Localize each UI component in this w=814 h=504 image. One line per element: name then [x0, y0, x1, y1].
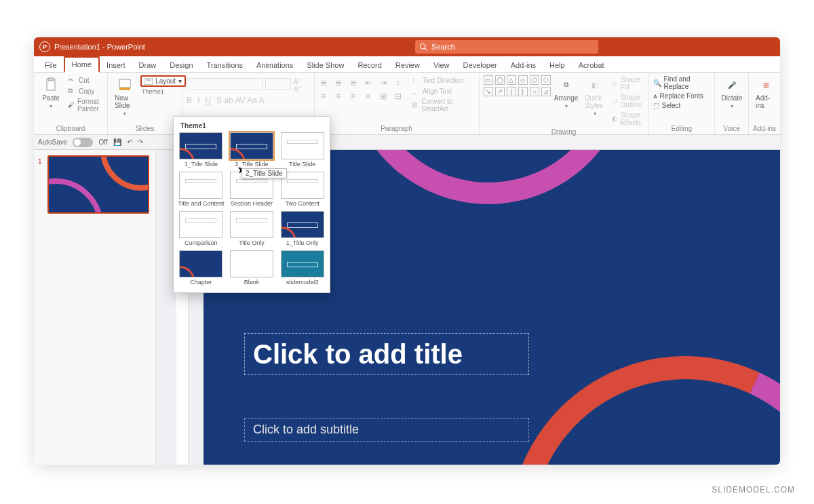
undo-icon[interactable]: ↶ [127, 138, 132, 146]
svg-rect-3 [48, 78, 54, 81]
tab-slide-show[interactable]: Slide Show [300, 58, 351, 72]
group-addins: ⊞ Add-ins Add-ins [749, 73, 780, 134]
tab-file[interactable]: File [38, 58, 64, 72]
tab-design[interactable]: Design [163, 58, 199, 72]
arrange-button[interactable]: ⧉ Arrange▾ [554, 75, 579, 111]
tab-help[interactable]: Help [543, 58, 572, 72]
title-placeholder[interactable]: Click to add title [244, 333, 529, 375]
group-label-drawing: Drawing [484, 127, 644, 138]
tab-home[interactable]: Home [64, 56, 100, 73]
select-icon: ⬚ [653, 102, 659, 109]
redo-icon[interactable]: ↷ [138, 138, 143, 146]
watermark: SLIDEMODEL.COM [712, 485, 795, 495]
tab-review[interactable]: Review [389, 58, 427, 72]
tab-record[interactable]: Record [351, 58, 388, 72]
format-painter-button[interactable]: 🖌Format Painter [66, 97, 103, 113]
layout-option-1-title-slide[interactable]: 1_Title Slide [178, 132, 225, 168]
text-direction-icon: ↕ [412, 76, 420, 84]
svg-rect-5 [119, 88, 130, 90]
layout-option-comparison[interactable]: Comparison [178, 211, 225, 246]
group-slides: New Slide ▾ Layout ▾ Theme1 Slides [108, 73, 182, 134]
ribbon-tabs: File Home Insert Draw Design Transitions… [34, 56, 780, 73]
save-icon[interactable]: 💾 [113, 138, 121, 146]
align-text-icon: ⎯ [412, 87, 420, 95]
slide-thumbnail-pane[interactable]: 1 [34, 150, 156, 465]
shape-effects-button[interactable]: ◐Shape Effects [610, 111, 646, 127]
group-label-editing: Editing [653, 123, 710, 134]
layout-option-chapter[interactable]: Chapter [178, 250, 225, 286]
replace-fonts-button[interactable]: ᴀReplace Fonts [653, 92, 710, 100]
align-text-button[interactable]: ⎯Align Text [410, 86, 475, 96]
shapes-gallery[interactable]: ▭◯△◇⬠⬡ ↘↗{}☆⊿ [484, 75, 551, 96]
select-button[interactable]: ⬚Select [653, 102, 710, 109]
tab-insert[interactable]: Insert [100, 58, 132, 72]
scissors-icon: ✂ [68, 76, 76, 84]
addins-icon: ⊞ [758, 77, 774, 93]
group-paragraph: ≣≣≣⇤⇥↕ ≡≡≡≡⊞⊟ ↕Text Direction ⎯Align Tex… [315, 73, 480, 134]
svg-rect-6 [144, 78, 153, 85]
theme-label: Theme1 [140, 88, 186, 95]
svg-line-1 [425, 48, 427, 50]
paste-button[interactable]: Paste ▾ [38, 75, 64, 111]
tab-view[interactable]: View [427, 58, 457, 72]
layout-option-blank[interactable]: Blank [229, 250, 275, 286]
layout-icon [144, 78, 153, 85]
convert-smartart-button[interactable]: ⊞Convert to SmartArt [410, 97, 475, 113]
chevron-down-icon: ▾ [50, 103, 52, 109]
layout-option-title-slide[interactable]: Title Slide [279, 132, 326, 168]
arrange-icon: ⧉ [558, 77, 575, 93]
new-slide-button[interactable]: New Slide ▾ [112, 75, 138, 118]
shape-outline-button[interactable]: ▭Shape Outline [610, 93, 646, 109]
microphone-icon: 🎤 [724, 77, 740, 93]
autosave-state: Off [98, 138, 107, 146]
ribbon: Paste ▾ ✂Cut ⧉Copy 🖌Format Painter Clipb… [34, 73, 780, 135]
group-label-slides: Slides [112, 123, 178, 134]
smartart-icon: ⊞ [412, 101, 419, 109]
tab-add-ins[interactable]: Add-ins [504, 58, 543, 72]
new-slide-icon [117, 77, 133, 93]
effects-icon: ◐ [612, 115, 618, 123]
layout-gallery-popup: Theme1 1_Title Slide 2_Title Slide Title… [173, 116, 330, 293]
decorative-ring-top [294, 150, 683, 256]
autosave-toggle[interactable] [73, 138, 93, 147]
paste-icon [43, 77, 59, 93]
tab-developer[interactable]: Developer [457, 58, 504, 72]
tab-draw[interactable]: Draw [132, 58, 163, 72]
copy-button[interactable]: ⧉Copy [66, 86, 103, 96]
gallery-theme-header: Theme1 [178, 121, 326, 132]
editor-area: 1 543210123456 Click to add title Click … [34, 150, 780, 465]
svg-point-0 [421, 44, 426, 50]
group-clipboard: Paste ▾ ✂Cut ⧉Copy 🖌Format Painter Clipb… [34, 73, 108, 134]
layout-option-1-title-only[interactable]: 1_Title Only [279, 211, 326, 246]
group-editing: 🔍Find and Replace ᴀReplace Fonts ⬚Select… [649, 73, 715, 134]
quick-styles-icon: ◧ [587, 77, 603, 93]
cut-button[interactable]: ✂Cut [66, 75, 103, 85]
autosave-label: AutoSave [38, 138, 67, 146]
search-placeholder: Search [431, 43, 455, 51]
chevron-down-icon: ▾ [123, 111, 126, 117]
dictate-button[interactable]: 🎤 Dictate▾ [719, 75, 745, 111]
brush-icon: 🖌 [68, 101, 75, 109]
text-direction-button[interactable]: ↕Text Direction [410, 75, 475, 85]
tab-animations[interactable]: Animations [250, 58, 300, 72]
tab-transitions[interactable]: Transitions [200, 58, 250, 72]
layout-option-slidemodel2[interactable]: slidemodel2 [279, 250, 326, 286]
layout-button[interactable]: Layout ▾ [140, 75, 186, 87]
subtitle-placeholder[interactable]: Click to add subtitle [244, 418, 529, 442]
svg-rect-4 [119, 79, 130, 88]
layout-option-2-title-slide[interactable]: 2_Title Slide [229, 132, 275, 168]
shape-fill-button[interactable]: ▱Shape Fill [610, 75, 646, 92]
slide-thumbnail-1[interactable] [47, 155, 149, 214]
quick-styles-button[interactable]: ◧ Quick Styles▾ [582, 75, 608, 118]
layout-option-title-only[interactable]: Title Only [229, 211, 275, 246]
titlebar: P Presentation1 - PowerPoint Search [34, 37, 780, 56]
group-drawing: ▭◯△◇⬠⬡ ↘↗{}☆⊿ ⧉ Arrange▾ ◧ Quick Styles▾… [480, 73, 649, 134]
tab-acrobat[interactable]: Acrobat [572, 58, 611, 72]
find-icon: 🔍 [653, 79, 661, 87]
find-replace-button[interactable]: 🔍Find and Replace [653, 75, 710, 90]
group-voice: 🎤 Dictate▾ Voice [715, 73, 749, 134]
layout-tooltip: 2_Title Slide [241, 168, 287, 178]
search-box[interactable]: Search [415, 40, 598, 54]
addins-button[interactable]: ⊞ Add-ins [753, 75, 779, 111]
layout-option-title-and-content[interactable]: Title and Content [178, 172, 225, 207]
